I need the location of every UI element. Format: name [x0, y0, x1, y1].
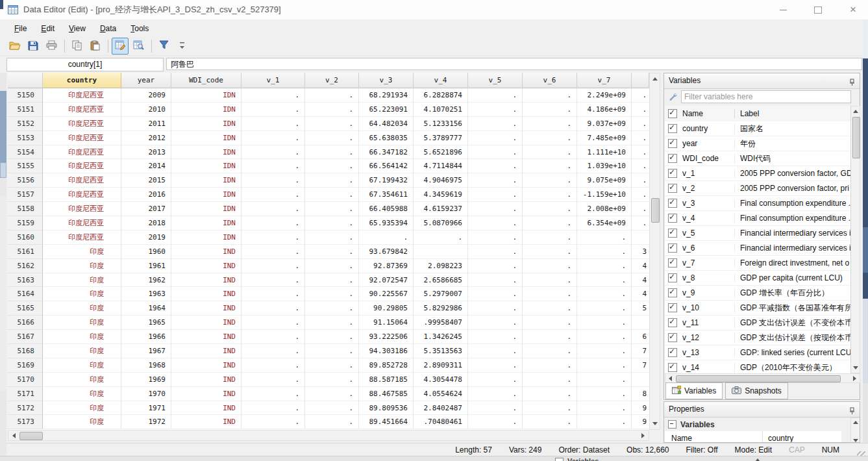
variable-checkbox[interactable] [668, 184, 677, 193]
table-cell[interactable]: 2010 [121, 103, 171, 117]
table-cell[interactable]: IND [171, 301, 242, 316]
table-cell[interactable]: 90.29805 [359, 301, 414, 316]
table-cell[interactable]: . [523, 173, 577, 188]
table-cell[interactable]: 5.3789777 [414, 131, 468, 145]
collapse-icon[interactable] [668, 420, 676, 429]
table-cell[interactable]: . [242, 316, 305, 330]
table-cell[interactable]: IND [171, 373, 242, 387]
table-cell[interactable]: . [468, 330, 523, 344]
print-button[interactable] [43, 38, 60, 55]
table-cell[interactable]: . [359, 230, 414, 245]
scroll-up-arrow[interactable] [853, 421, 858, 424]
menu-view[interactable]: View [64, 22, 91, 35]
table-cell[interactable]: 94.303186 [359, 344, 414, 358]
browse-mode-button[interactable] [130, 38, 147, 55]
variable-checkbox[interactable] [668, 273, 677, 282]
variable-checkbox[interactable] [668, 154, 677, 163]
property-value[interactable]: country [763, 431, 841, 443]
cell-reference-box[interactable]: country[1] [6, 58, 164, 71]
table-cell[interactable]: . [523, 131, 577, 145]
filter-button[interactable] [155, 38, 172, 55]
table-cell[interactable]: . [305, 159, 359, 173]
row-number[interactable]: 5164 [8, 287, 43, 301]
row-number[interactable]: 5154 [8, 145, 43, 160]
column-header-v_1[interactable]: v_1 [242, 73, 305, 88]
table-cell[interactable]: . [242, 259, 305, 273]
column-header-v_2[interactable]: v_2 [305, 73, 359, 88]
column-header-v_6[interactable]: v_6 [523, 73, 577, 88]
row-number[interactable]: 5152 [8, 117, 43, 131]
horizontal-scroll-thumb[interactable] [19, 432, 43, 440]
table-cell[interactable]: . [305, 188, 359, 202]
table-cell[interactable]: . [523, 387, 577, 401]
variable-checkbox[interactable] [668, 124, 677, 133]
table-cell[interactable]: . [305, 88, 359, 103]
menu-data[interactable]: Data [95, 22, 121, 35]
table-cell[interactable]: 1972 [121, 415, 171, 429]
wrench-icon[interactable] [668, 92, 678, 103]
scroll-right-arrow[interactable] [853, 376, 856, 381]
maximize-button[interactable] [810, 3, 826, 16]
table-cell[interactable]: 印度尼西亚 [43, 173, 121, 188]
variable-row-WDI_code[interactable]: WDI_codeWDI代码 [665, 151, 850, 166]
variable-checkbox[interactable] [668, 288, 677, 297]
table-cell[interactable]: 印度尼西亚 [43, 117, 121, 131]
table-cell[interactable]: . [242, 230, 305, 245]
table-cell[interactable]: 1964 [121, 301, 171, 316]
row-number[interactable]: 5163 [8, 273, 43, 288]
table-cell[interactable]: . [305, 316, 359, 330]
table-cell[interactable]: 66.564142 [359, 159, 414, 173]
scroll-down-arrow[interactable] [853, 366, 858, 369]
row-number[interactable]: 5155 [8, 159, 43, 173]
copy-button[interactable] [68, 38, 85, 55]
table-cell[interactable]: . [632, 188, 649, 202]
table-cell[interactable]: 5.8292986 [414, 301, 468, 316]
table-cell[interactable]: . [468, 373, 523, 387]
table-cell[interactable]: . [577, 344, 632, 358]
variable-row-year[interactable]: year年份 [665, 136, 850, 151]
variables-list-scrollbar[interactable] [850, 106, 860, 373]
table-cell[interactable]: . [632, 117, 649, 131]
table-cell[interactable]: . [523, 273, 577, 288]
table-cell[interactable]: IND [171, 316, 242, 330]
table-cell[interactable]: . [242, 103, 305, 117]
table-cell[interactable]: 印度尼西亚 [43, 103, 121, 117]
column-header-v_5[interactable]: v_5 [468, 73, 523, 88]
variable-row-v_1[interactable]: v_12005 PPP conversion factor, GD [665, 166, 850, 181]
row-number[interactable]: 5153 [8, 131, 43, 145]
table-cell[interactable]: 88.467585 [359, 387, 414, 401]
table-cell[interactable]: 印度 [43, 245, 121, 259]
table-cell[interactable]: IND [171, 415, 242, 429]
table-cell[interactable]: 9.075e+09 [577, 173, 632, 188]
table-cell[interactable]: IND [171, 344, 242, 358]
minimize-button[interactable] [775, 3, 791, 16]
scroll-up-arrow[interactable] [853, 110, 858, 113]
row-number[interactable]: 5168 [8, 344, 43, 358]
table-cell[interactable]: . [523, 344, 577, 358]
table-cell[interactable]: IND [171, 387, 242, 401]
table-cell[interactable]: 65.638035 [359, 131, 414, 145]
table-cell[interactable]: . [523, 145, 577, 160]
table-cell[interactable]: . [523, 188, 577, 202]
paste-button[interactable] [86, 38, 103, 55]
row-number[interactable]: 5172 [8, 401, 43, 416]
table-cell[interactable]: IDN [171, 230, 242, 245]
table-cell[interactable]: . [305, 259, 359, 273]
label-column-header[interactable]: Label [734, 109, 850, 118]
table-cell[interactable]: 2016 [121, 188, 171, 202]
table-cell[interactable]: 6 [632, 330, 649, 344]
table-cell[interactable]: 64.482034 [359, 117, 414, 131]
table-cell[interactable]: 1968 [121, 358, 171, 373]
table-cell[interactable]: 1965 [121, 316, 171, 330]
table-cell[interactable]: . [523, 230, 577, 245]
grid-horizontal-scrollbar[interactable] [8, 430, 649, 441]
table-cell[interactable]: 91.15064 [359, 316, 414, 330]
variable-row-country[interactable]: country国家名 [665, 121, 850, 136]
table-cell[interactable]: . [468, 131, 523, 145]
row-number[interactable]: 5167 [8, 330, 43, 344]
row-number[interactable]: 5166 [8, 316, 43, 330]
table-cell[interactable]: . [305, 387, 359, 401]
edit-mode-button[interactable] [112, 38, 129, 55]
table-cell[interactable]: 1.039e+10 [577, 159, 632, 173]
table-cell[interactable]: 4.3054478 [414, 373, 468, 387]
